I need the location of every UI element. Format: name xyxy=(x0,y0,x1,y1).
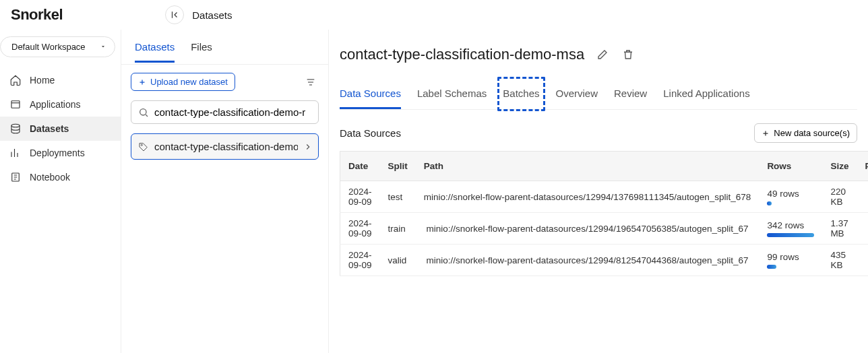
plus-icon xyxy=(138,78,146,86)
subtab-review[interactable]: Review xyxy=(614,81,647,109)
upload-dataset-button[interactable]: Upload new dataset xyxy=(131,73,235,91)
subtab-overview[interactable]: Overview xyxy=(556,81,598,109)
collapse-sidebar-button[interactable] xyxy=(165,5,184,24)
plus-icon xyxy=(762,129,770,137)
filter-button[interactable] xyxy=(303,74,319,90)
section-title: Data Sources xyxy=(340,127,401,139)
table-row: 2024-09-09 test minio://snorkel-flow-par… xyxy=(340,181,869,213)
upload-dataset-label: Upload new dataset xyxy=(150,77,228,87)
caret-down-icon xyxy=(100,42,106,52)
brand-logo: Snorkel xyxy=(11,6,63,24)
filter-icon xyxy=(305,77,316,88)
notebook-icon xyxy=(9,171,22,183)
workspace-label: Default Workspace xyxy=(11,42,86,52)
sidebar-item-applications[interactable]: Applications xyxy=(0,92,121,117)
subtab-data-sources[interactable]: Data Sources xyxy=(340,81,401,109)
workspace-selector[interactable]: Default Workspace xyxy=(0,36,115,57)
sidebar-item-label: Home xyxy=(30,75,55,86)
dataset-item-label: contact-type-classification-demo xyxy=(154,141,298,152)
sidebar-item-notebook[interactable]: Notebook xyxy=(0,165,121,189)
sidebar-item-label: Deployments xyxy=(30,148,85,158)
svg-point-4 xyxy=(141,144,142,146)
col-rows: Rows xyxy=(759,152,822,181)
sidebar-item-label: Datasets xyxy=(30,123,69,134)
cell-size: 435 KB xyxy=(822,245,857,276)
search-icon xyxy=(138,107,149,118)
table-row: 2024-09-09 valid minio://snorkel-flow-pa… xyxy=(340,245,869,276)
chevron-right-icon xyxy=(303,142,313,152)
cell-path: minio://snorkel-flow-parent-datasources/… xyxy=(416,245,760,276)
trash-icon xyxy=(622,49,634,61)
tab-files[interactable]: Files xyxy=(191,32,212,63)
cell-rows: 49 rows xyxy=(759,181,822,213)
cell-date: 2024-09-09 xyxy=(340,213,380,245)
cell-split: test xyxy=(380,181,416,213)
sidebar-item-label: Applications xyxy=(30,99,81,110)
cell-rows: 99 rows xyxy=(759,245,822,276)
cell-size: 220 KB xyxy=(822,181,857,213)
tag-icon xyxy=(138,141,149,152)
datasets-icon xyxy=(9,123,22,135)
table-row: 2024-09-09 train minio://snorkel-flow-pa… xyxy=(340,213,869,245)
subtab-batches[interactable]: Batches xyxy=(503,81,539,109)
cell-rows: 342 rows xyxy=(759,213,822,245)
cell-path: minio://snorkel-flow-parent-datasources/… xyxy=(416,213,760,245)
sidebar: Default Workspace Home Applications Data… xyxy=(0,30,121,353)
deployments-icon xyxy=(9,147,22,159)
svg-point-3 xyxy=(140,108,146,115)
dataset-list-panel: Datasets Files Upload new dataset contac… xyxy=(121,30,329,353)
tab-datasets[interactable]: Datasets xyxy=(135,32,175,63)
col-size: Size xyxy=(822,152,857,181)
col-preview: Preview xyxy=(857,152,868,181)
data-sources-table: Date Split Path Rows Size Preview 2024-0… xyxy=(340,151,868,276)
sidebar-item-label: Notebook xyxy=(30,172,70,183)
edit-icon xyxy=(596,49,609,61)
cell-size: 1.37 MB xyxy=(822,213,857,245)
cell-date: 2024-09-09 xyxy=(340,181,380,213)
sidebar-item-deployments[interactable]: Deployments xyxy=(0,141,121,165)
cell-path: minio://snorkel-flow-parent-datasources/… xyxy=(416,181,760,213)
sidebar-item-home[interactable]: Home xyxy=(0,68,121,92)
cell-split: train xyxy=(380,213,416,245)
edit-button[interactable] xyxy=(595,47,610,62)
dataset-title: contact-type-classification-demo-msa xyxy=(340,46,584,63)
main-content: contact-type-classification-demo-msa Dat… xyxy=(329,30,868,353)
page-title: Datasets xyxy=(192,9,232,21)
sidebar-item-datasets[interactable]: Datasets xyxy=(0,117,121,141)
col-date: Date xyxy=(340,152,380,181)
subtab-linked-applications[interactable]: Linked Applications xyxy=(663,81,749,109)
cell-date: 2024-09-09 xyxy=(340,245,380,276)
new-data-source-label: New data source(s) xyxy=(774,128,850,138)
delete-button[interactable] xyxy=(621,47,636,62)
dataset-list-item[interactable]: contact-type-classification-demo xyxy=(131,133,319,160)
new-data-source-button[interactable]: New data source(s) xyxy=(754,123,857,143)
svg-point-1 xyxy=(11,124,20,127)
search-box[interactable] xyxy=(131,100,319,124)
cell-split: valid xyxy=(380,245,416,276)
col-path: Path xyxy=(416,152,760,181)
col-split: Split xyxy=(380,152,416,181)
svg-rect-0 xyxy=(11,101,20,108)
home-icon xyxy=(9,74,22,86)
applications-icon xyxy=(9,98,22,110)
search-input[interactable] xyxy=(154,106,311,118)
subtab-label-schemas[interactable]: Label Schemas xyxy=(417,81,487,109)
